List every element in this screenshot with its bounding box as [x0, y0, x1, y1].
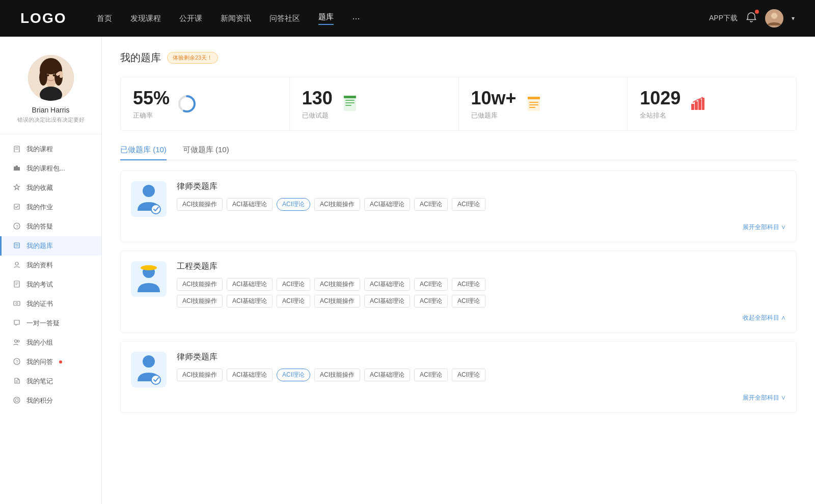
sidebar-label-myqa: 我的答疑 [26, 222, 53, 231]
eng-tag-r2-1[interactable]: ACI技能操作 [177, 295, 223, 307]
profile-name: Brian Harris [10, 106, 91, 114]
eng-tag-r2-5[interactable]: ACI基础理论 [364, 295, 410, 307]
svg-rect-50 [691, 104, 694, 110]
eng-tag-r1-1[interactable]: ACI技能操作 [177, 278, 223, 291]
collapse-engineer-link[interactable]: 收起全部科目 ∧ [743, 314, 786, 321]
eng-tag-r1-2[interactable]: ACI基础理论 [227, 278, 273, 291]
svg-point-31 [17, 340, 19, 342]
engineer-person-svg [133, 263, 164, 296]
page-title: 我的题库 [120, 51, 161, 65]
svg-rect-46 [528, 97, 540, 99]
homework-icon [12, 203, 21, 212]
qa-icon: ? [12, 222, 21, 231]
tag-7[interactable]: ACI理论 [452, 198, 485, 211]
l2-tag-5[interactable]: ACI基础理论 [364, 369, 410, 381]
data-icon [12, 261, 21, 270]
nav-news[interactable]: 新闻资讯 [221, 14, 251, 23]
l2-tag-4[interactable]: ACI技能操作 [314, 369, 360, 381]
svg-rect-49 [529, 107, 535, 108]
tab-done-banks[interactable]: 已做题库 (10) [120, 145, 167, 160]
nav-questionbank[interactable]: 题库 [318, 12, 334, 25]
l2-tag-1[interactable]: ACI技能操作 [177, 369, 223, 381]
eng-tag-r2-2[interactable]: ACI基础理论 [227, 295, 273, 307]
eng-tag-r2-6[interactable]: ACI理论 [414, 295, 448, 307]
svg-rect-15 [14, 166, 16, 171]
sidebar-label-favorites: 我的收藏 [26, 183, 53, 192]
sidebar-item-mypoints[interactable]: 我的积分 [0, 391, 101, 410]
stat-accuracy: 55% 正确率 [121, 77, 290, 130]
svg-point-1 [771, 13, 777, 19]
svg-rect-18 [14, 204, 19, 209]
tag-3-active[interactable]: ACI理论 [277, 198, 310, 211]
expand-lawyer2-link[interactable]: 展开全部科目 ∨ [743, 394, 786, 401]
svg-rect-21 [14, 243, 19, 248]
bank-engineer-info: 工程类题库 ACI技能操作 ACI基础理论 ACI理论 ACI技能操作 ACI基… [177, 261, 786, 307]
l2-tag-2[interactable]: ACI基础理论 [227, 369, 273, 381]
sidebar-item-myqa[interactable]: ? 我的答疑 [0, 217, 101, 236]
app-download-link[interactable]: APP下载 [709, 14, 738, 23]
sidebar-item-myquestion[interactable]: ? 我的问答 [0, 352, 101, 372]
page-header: 我的题库 体验剩余23天！ [120, 51, 797, 65]
star-icon [12, 184, 21, 192]
eng-tag-r1-3[interactable]: ACI理论 [277, 278, 310, 291]
sidebar-item-tutoringqa[interactable]: 一对一答疑 [0, 314, 101, 333]
sidebar-label-coursepackage: 我的课程包... [26, 164, 65, 173]
eng-tag-r1-5[interactable]: ACI基础理论 [364, 278, 410, 291]
sidebar-label-tutoringqa: 一对一答疑 [26, 319, 60, 328]
sidebar-item-myexam[interactable]: 我的考试 [0, 275, 101, 294]
l2-tag-3-active[interactable]: ACI理论 [277, 369, 310, 381]
sidebar-item-favorites[interactable]: 我的收藏 [0, 178, 101, 198]
sidebar-item-mydata[interactable]: 我的资料 [0, 256, 101, 275]
cert-icon [12, 300, 21, 309]
stat-rank-label: 全站排名 [640, 111, 681, 120]
nav-discover[interactable]: 发现课程 [130, 14, 161, 23]
user-dropdown-arrow[interactable]: ▾ [792, 15, 795, 22]
l2-tag-7[interactable]: ACI理论 [452, 369, 485, 381]
svg-rect-44 [344, 96, 356, 98]
sidebar-item-mycourse[interactable]: 我的课程 [0, 139, 101, 159]
bank-lawyer2-footer: 展开全部科目 ∨ [131, 393, 786, 402]
bank-card-lawyer-1: 律师类题库 ACI技能操作 ACI基础理论 ACI理论 ACI技能操作 ACI基… [120, 171, 797, 242]
sidebar-label-mycert: 我的证书 [26, 299, 53, 309]
bank-lawyer-name: 律师类题库 [177, 181, 786, 192]
sidebar-label-mygroup: 我的小组 [26, 338, 53, 347]
sidebar-item-homework[interactable]: 我的作业 [0, 198, 101, 217]
tag-5[interactable]: ACI基础理论 [364, 198, 410, 211]
sidebar-item-mygroup[interactable]: 我的小组 [0, 333, 101, 352]
tag-4[interactable]: ACI技能操作 [314, 198, 360, 211]
eng-tag-r1-7[interactable]: ACI理论 [452, 278, 485, 291]
sidebar-item-mycert[interactable]: 我的证书 [0, 294, 101, 314]
eng-tag-r2-3[interactable]: ACI理论 [277, 295, 310, 307]
sidebar-item-mynotes[interactable]: 我的笔记 [0, 372, 101, 391]
svg-rect-52 [698, 99, 701, 110]
tag-6[interactable]: ACI理论 [414, 198, 448, 211]
eng-tag-r1-4[interactable]: ACI技能操作 [314, 278, 360, 291]
sidebar-label-homework: 我的作业 [26, 203, 53, 212]
svg-rect-58 [145, 266, 153, 269]
rank-icon [689, 95, 707, 113]
header-right: APP下载 ▾ [709, 9, 795, 27]
expand-lawyer-link[interactable]: 展开全部科目 ∨ [743, 223, 786, 231]
notification-bell[interactable] [746, 12, 757, 25]
nav-home[interactable]: 首页 [97, 14, 112, 23]
svg-rect-16 [16, 165, 18, 171]
done-questions-icon [341, 95, 359, 113]
profile-avatar-image [28, 55, 74, 101]
nav-qa[interactable]: 问答社区 [269, 14, 300, 23]
sidebar-item-coursepackage[interactable]: 我的课程包... [0, 159, 101, 178]
tag-2[interactable]: ACI基础理论 [227, 198, 273, 211]
eng-tag-r2-4[interactable]: ACI技能操作 [314, 295, 360, 307]
tab-available-banks[interactable]: 可做题库 (10) [183, 145, 229, 160]
eng-tag-r1-6[interactable]: ACI理论 [414, 278, 448, 291]
l2-tag-6[interactable]: ACI理论 [414, 369, 448, 381]
tag-1[interactable]: ACI技能操作 [177, 198, 223, 211]
questionbank-icon [12, 242, 21, 250]
sidebar-item-questionbank[interactable]: 我的题库 [0, 236, 101, 256]
nav-opencourse[interactable]: 公开课 [179, 14, 202, 23]
svg-rect-28 [14, 301, 20, 305]
svg-rect-17 [18, 167, 20, 171]
avatar[interactable] [765, 9, 783, 27]
nav-more[interactable]: ··· [352, 13, 360, 24]
accuracy-icon [178, 95, 196, 113]
eng-tag-r2-7[interactable]: ACI理论 [452, 295, 485, 307]
